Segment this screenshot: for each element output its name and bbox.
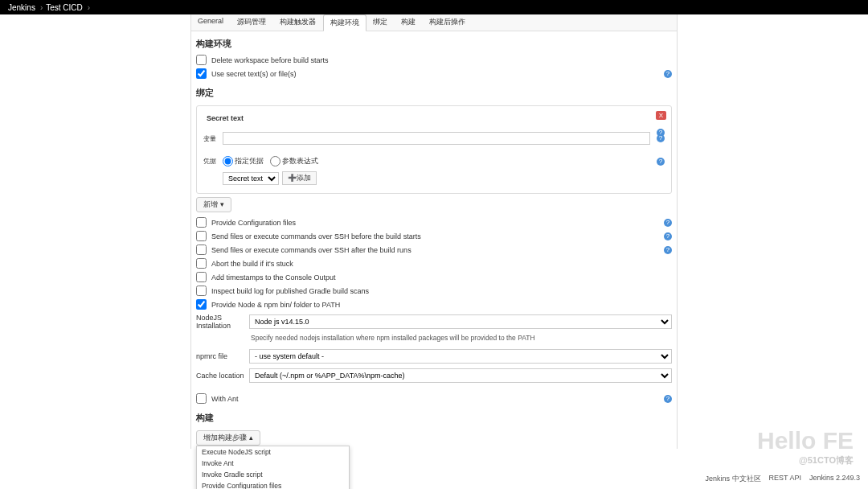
label-delete-ws: Delete workspace before build starts [211,56,329,64]
build-title: 构建 [191,405,677,427]
npmrc-label: npmrc file [196,352,249,360]
label-provide-node: Provide Node & npm bin/ folder to PATH [211,301,340,309]
menu-item-gradle[interactable]: Invoke Gradle script [197,469,349,480]
variable-input[interactable] [223,132,650,145]
nodejs-install-desc: Specify needed nodejs installation where… [191,332,677,347]
tab-general[interactable]: General [191,14,231,31]
checkbox-ssh-before[interactable] [196,231,207,241]
credential-select[interactable]: Secret text [223,172,279,185]
nodejs-install-select[interactable]: Node js v14.15.0 [249,314,672,329]
breadcrumb-project[interactable]: Test CICD [46,3,83,12]
add-credential-button[interactable]: ➕添加 [282,171,317,185]
tab-trigger[interactable]: 构建触发器 [273,14,323,31]
checkbox-provide-node[interactable] [196,299,207,310]
cache-label: Cache location [196,372,249,380]
help-icon[interactable]: ? [657,158,665,166]
label-timestamps: Add timestamps to the Console Output [211,273,336,281]
menu-item-ant[interactable]: Invoke Ant [197,458,349,469]
binding-type-label: Secret text [203,113,665,124]
help-icon[interactable]: ? [664,246,672,254]
opt-provide-config[interactable]: Provide Configuration files ? [191,216,677,229]
opt-delete-ws[interactable]: Delete workspace before build starts [191,53,677,67]
cache-row: Cache location Default (~/.npm or %APP_D… [191,366,677,385]
help-icon[interactable]: ? [664,232,672,240]
footer: Jenkins 中文社区 REST API Jenkins 2.249.3 [706,474,860,484]
chevron-right-icon: › [40,3,43,12]
delete-binding-button[interactable]: X [656,111,666,120]
cache-select[interactable]: Default (~/.npm or %APP_DATA%\npm-cache) [249,368,672,383]
watermark: Hello FE @51CTO博客 [757,427,854,466]
opt-gradle-scan[interactable]: Inspect build log for published Gradle b… [191,284,677,298]
label-with-ant: With Ant [211,395,239,403]
label-ssh-after: Send files or execute commands over SSH … [211,246,411,254]
build-step-menu: Execute NodeJS script Invoke Ant Invoke … [196,446,350,489]
help-icon[interactable]: ? [664,70,672,78]
opt-use-secret[interactable]: Use secret text(s) or file(s) ? [191,67,677,80]
label-provide-config: Provide Configuration files [211,219,296,227]
config-panel: General 源码管理 构建触发器 构建环境 绑定 构建 构建后操作 构建环境… [190,14,678,449]
checkbox-with-ant[interactable] [196,393,207,404]
label-use-secret: Use secret text(s) or file(s) [211,70,297,78]
opt-ssh-after[interactable]: Send files or execute commands over SSH … [191,243,677,257]
help-icon[interactable]: ? [664,395,672,403]
credentials-label: 凭据 [203,157,223,166]
nodejs-install-row: NodeJS Installation Node js v14.15.0 [191,311,677,332]
opt-timestamps[interactable]: Add timestamps to the Console Output [191,270,677,284]
opt-abort-stuck[interactable]: Abort the build if it's stuck [191,257,677,270]
checkbox-timestamps[interactable] [196,272,207,282]
tab-binding[interactable]: 绑定 [366,14,395,31]
breadcrumb-bar: Jenkins › Test CICD › [0,0,868,14]
help-icon[interactable]: ? [664,219,672,227]
footer-community-link[interactable]: Jenkins 中文社区 [706,474,761,484]
opt-ssh-before[interactable]: Send files or execute commands over SSH … [191,229,677,243]
opt-with-ant[interactable]: With Ant ? [191,392,677,405]
add-build-step-container: 增加构建步骤 ▴ Execute NodeJS script Invoke An… [196,430,260,446]
label-gradle-scan: Inspect build log for published Gradle b… [211,287,369,295]
add-binding-button[interactable]: 新增 ▾ [196,197,231,212]
breadcrumb-jenkins[interactable]: Jenkins [8,3,35,12]
checkbox-abort-stuck[interactable] [196,258,207,269]
checkbox-ssh-after[interactable] [196,244,207,255]
footer-rest-link[interactable]: REST API [769,474,801,484]
checkbox-provide-config[interactable] [196,217,207,228]
label-ssh-before: Send files or execute commands over SSH … [211,232,421,240]
tab-source[interactable]: 源码管理 [231,14,273,31]
checkbox-delete-ws[interactable] [196,55,207,65]
build-env-title: 构建环境 [191,31,677,53]
radio-specific-cred[interactable] [223,156,233,166]
menu-item-config[interactable]: Provide Configuration files [197,480,349,489]
tab-env[interactable]: 构建环境 [323,14,366,31]
variable-label: 变量 [203,134,223,143]
add-build-step-button[interactable]: 增加构建步骤 ▴ [196,430,260,446]
help-icon[interactable]: ? [657,134,665,142]
nodejs-install-label: NodeJS Installation [196,314,249,330]
npmrc-row: npmrc file - use system default - [191,347,677,366]
menu-item-nodejs[interactable]: Execute NodeJS script [197,446,349,458]
radio-specific-label: 指定凭据 [235,156,264,166]
radio-param-label: 参数表达式 [282,156,318,166]
footer-version: Jenkins 2.249.3 [809,474,860,484]
config-tabs: General 源码管理 构建触发器 构建环境 绑定 构建 构建后操作 [191,14,677,31]
tab-build[interactable]: 构建 [395,14,423,31]
radio-param-cred[interactable] [270,156,280,166]
label-abort-stuck: Abort the build if it's stuck [211,260,293,268]
binding-title: 绑定 [191,80,677,102]
checkbox-gradle-scan[interactable] [196,286,207,296]
chevron-right-icon: › [88,3,90,12]
binding-secret-text: X Secret text ? 变量 ? 凭据 指定凭据 参数表达式 ? Sec… [196,105,672,194]
npmrc-select[interactable]: - use system default - [249,349,672,364]
opt-provide-node[interactable]: Provide Node & npm bin/ folder to PATH [191,298,677,311]
tab-postbuild[interactable]: 构建后操作 [423,14,473,31]
checkbox-use-secret[interactable] [196,68,207,79]
